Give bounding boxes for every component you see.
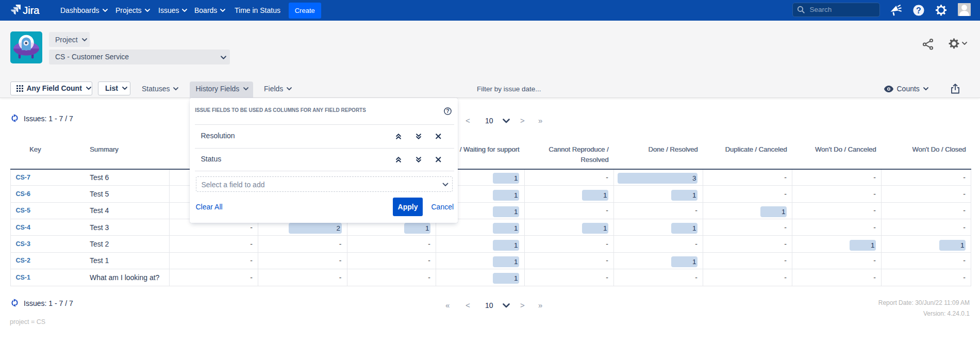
svg-text:?: ?: [446, 108, 449, 114]
svg-text:?: ?: [916, 6, 921, 14]
